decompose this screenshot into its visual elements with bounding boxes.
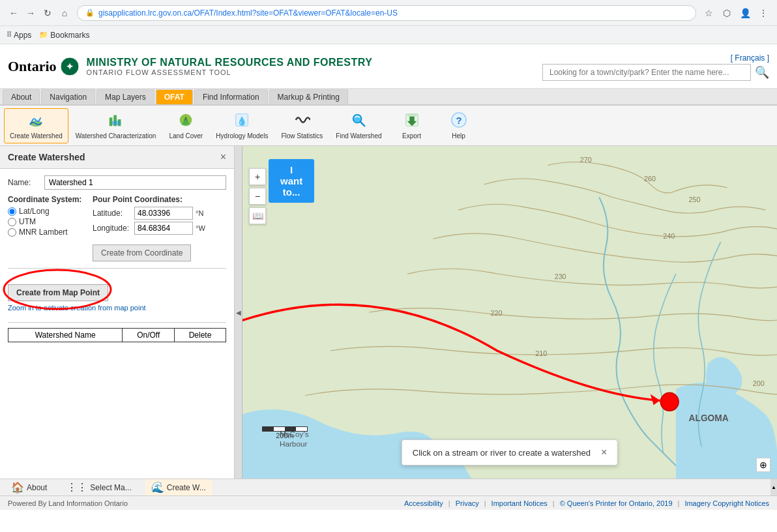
panel-collapse-handle[interactable]: ◀ xyxy=(235,146,242,479)
compass-button[interactable]: ⊕ xyxy=(756,458,770,472)
home-icon: 🏠 xyxy=(11,481,24,494)
hydrology-models-label: Hydrology Models xyxy=(216,132,268,140)
browser-nav-buttons: ← → ↻ ⌂ xyxy=(7,6,72,20)
latitude-input[interactable] xyxy=(134,207,193,220)
footer-accessibility[interactable]: Accessibility xyxy=(404,499,443,507)
main-content: Create Watershed × Name: Coordinate Syst… xyxy=(0,146,777,479)
apps-bookmark[interactable]: ⠿ Apps xyxy=(7,31,31,40)
tool-help[interactable]: ? Help xyxy=(436,108,482,143)
svg-point-26 xyxy=(660,393,678,411)
table-header-onoff: On/Off xyxy=(123,329,175,342)
create-map-point-button[interactable]: Create from Map Point xyxy=(8,284,108,301)
collapse-icon: ◀ xyxy=(236,309,241,316)
nav-tabs: About Navigation Map Layers OFAT Find In… xyxy=(0,89,777,106)
svg-text:Harbour: Harbour xyxy=(280,439,308,448)
lat-long-radio[interactable] xyxy=(8,207,16,216)
utm-label: UTM xyxy=(19,217,36,226)
name-row: Name: xyxy=(8,175,226,190)
notification-close-button[interactable]: × xyxy=(601,447,607,458)
name-input[interactable] xyxy=(44,175,226,190)
bottom-create-watershed-item[interactable]: 🌊 Create W... xyxy=(145,479,212,495)
bookmarks-bookmark[interactable]: 📁 Bookmarks xyxy=(39,31,89,40)
extension-button[interactable]: ⬡ xyxy=(720,6,734,20)
pour-point-col: Pour Point Coordinates: Latitude: °N Lon… xyxy=(93,195,226,238)
longitude-label: Longitude: xyxy=(93,224,132,233)
app-subtitle: ONTARIO FLOW ASSESSMENT TOOL xyxy=(87,68,373,76)
svg-point-6 xyxy=(111,121,121,125)
account-button[interactable]: 👤 xyxy=(738,6,752,20)
svg-text:270: 270 xyxy=(580,156,592,164)
tool-create-watershed[interactable]: Create Watershed xyxy=(4,108,68,143)
notification-text: Click on a stream or river to create a w… xyxy=(413,448,591,458)
tab-markup-printing[interactable]: Markup & Printing xyxy=(269,89,348,104)
ontario-emblem: ✦ xyxy=(59,56,80,77)
tool-watershed-characterization[interactable]: Watershed Characterization xyxy=(70,108,162,143)
tab-find-information[interactable]: Find Information xyxy=(194,89,268,104)
star-button[interactable]: ☆ xyxy=(701,6,716,20)
svg-text:250: 250 xyxy=(689,196,701,203)
scale-bar-segments xyxy=(262,426,308,432)
header-right: [ Français ] 🔍 xyxy=(542,52,769,81)
tab-navigation[interactable]: Navigation xyxy=(41,89,95,104)
search-input[interactable] xyxy=(542,64,751,81)
latitude-unit: °N xyxy=(196,209,203,217)
tool-flow-statistics[interactable]: Flow Statistics xyxy=(275,108,329,143)
svg-line-11 xyxy=(360,122,365,126)
forward-button[interactable]: → xyxy=(23,6,38,20)
utm-radio[interactable] xyxy=(8,218,16,226)
tab-map-layers[interactable]: Map Layers xyxy=(96,89,154,104)
tab-about[interactable]: About xyxy=(3,89,40,104)
ontario-text: Ontario xyxy=(8,58,57,75)
watershed-characterization-icon xyxy=(108,111,125,131)
apps-label: Apps xyxy=(14,31,31,40)
tool-find-watershed[interactable]: Find Watershed xyxy=(330,108,387,143)
header-search: 🔍 xyxy=(542,64,769,81)
browser-actions: ☆ ⬡ 👤 ⋮ xyxy=(701,6,770,20)
coord-system-col: Coordinate System: Lat/Long UTM MNR Lamb… xyxy=(8,195,93,238)
layers-icon: ⋮⋮ xyxy=(66,481,87,494)
land-cover-icon xyxy=(177,111,194,131)
lat-long-radio-row: Lat/Long xyxy=(8,207,93,216)
search-button[interactable]: 🔍 xyxy=(755,65,769,80)
francais-link[interactable]: [ Français ] xyxy=(731,52,769,64)
tool-hydrology-models[interactable]: 💧 Hydrology Models xyxy=(210,108,274,143)
panel-close-button[interactable]: × xyxy=(220,151,226,163)
zoom-in-button[interactable]: + xyxy=(249,168,266,185)
home-button[interactable]: ⌂ xyxy=(57,6,72,20)
back-button[interactable]: ← xyxy=(7,6,21,20)
footer-important-notices[interactable]: Important Notices xyxy=(491,499,548,507)
app-footer: Powered By Land Information Ontario Acce… xyxy=(0,495,777,510)
divider-1 xyxy=(8,268,226,269)
zoom-notice-link[interactable]: creation from map point xyxy=(70,304,146,312)
refresh-button[interactable]: ↻ xyxy=(40,6,55,20)
bottom-about-item[interactable]: 🏠 About xyxy=(5,479,53,495)
svg-rect-13 xyxy=(407,114,417,117)
export-label: Export xyxy=(402,132,421,140)
tab-ofat[interactable]: OFAT xyxy=(156,89,193,104)
apps-icon: ⠿ xyxy=(7,31,12,39)
scale-label: 200m xyxy=(276,432,294,439)
footer-privacy[interactable]: Privacy xyxy=(456,499,479,507)
help-icon: ? xyxy=(450,111,467,131)
latitude-row: Latitude: °N xyxy=(93,207,226,220)
legend-button[interactable]: 📖 xyxy=(249,207,266,224)
footer-imagery-copyright[interactable]: Imagery Copyright Notices xyxy=(684,499,769,507)
address-bar[interactable]: 🔒 gisapplication.lrc.gov.on.ca/OFAT/Inde… xyxy=(77,5,696,21)
utm-radio-row: UTM xyxy=(8,217,93,226)
zoom-out-button[interactable]: − xyxy=(249,188,266,205)
tool-land-cover[interactable]: Land Cover xyxy=(163,108,209,143)
create-coord-button[interactable]: Create from Coordinate xyxy=(93,244,191,261)
map-area[interactable]: 270 260 250 240 230 220 210 200 ALGOMA M… xyxy=(242,146,777,479)
longitude-input[interactable] xyxy=(134,222,193,235)
svg-text:210: 210 xyxy=(535,349,547,357)
menu-button[interactable]: ⋮ xyxy=(756,6,770,20)
lock-icon: 🔒 xyxy=(85,8,95,17)
bottom-collapse-handle[interactable]: ▲ xyxy=(770,479,777,495)
svg-text:220: 220 xyxy=(491,309,503,317)
bottom-select-map-item[interactable]: ⋮⋮ Select Ma... xyxy=(61,479,137,495)
powered-by: Powered By Land Information Ontario xyxy=(8,499,128,507)
mnr-lambert-radio[interactable] xyxy=(8,228,16,237)
i-want-button[interactable]: I want to... xyxy=(269,159,314,203)
map-point-section: Create from Map Point Zoom in to activat… xyxy=(8,279,226,317)
tool-export[interactable]: Export xyxy=(389,108,435,143)
